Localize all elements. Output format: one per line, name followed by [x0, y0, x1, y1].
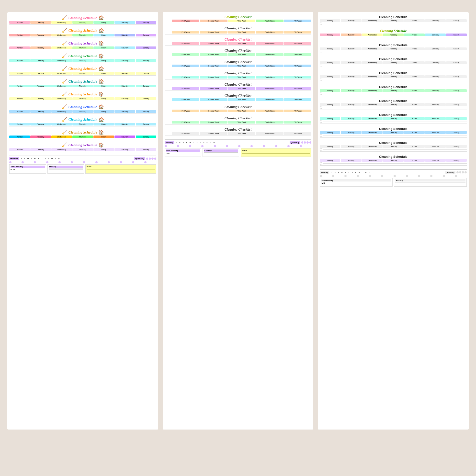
- checklist-card-1: Cleaning Checklist First Week Second Wee…: [165, 15, 312, 24]
- column-2: Cleaning Checklist First Week Second Wee…: [163, 12, 314, 429]
- quarterly-label: Quarterly: [134, 157, 145, 160]
- schedule-card-2: 🧹 Cleaning Schedule 🏠 Monday Tuesday Wed…: [9, 27, 156, 39]
- q-dot: [152, 157, 153, 160]
- schedule-card-10: 🧹 Cleaning Schedule 🏠 Monday Tuesday Wed…: [9, 129, 156, 140]
- quarterly-label-2: Quarterly: [289, 141, 300, 144]
- col3-card-6: Cleaning Schedule Monday Tuesday Wednesd…: [320, 85, 467, 97]
- day-thursday: Thursday: [72, 21, 93, 24]
- col3-card-11: Cleaning Schedule Monday Tuesday Wednesd…: [320, 154, 467, 167]
- checklist-card-5: Cleaning Checklist First Week Second Wee…: [165, 60, 312, 69]
- house-icon: 🏠: [99, 15, 104, 20]
- col2-bottom: Monthly JFMAMJJASOND Quarterly: [165, 139, 312, 157]
- col1-bottom: Monthly JFMAMJJASOND Quarterly: [9, 155, 156, 174]
- annually-box-2: Annually: [203, 148, 239, 157]
- bottom-lower: Semi-Annually H₁ H₂ Annually: [9, 164, 156, 174]
- col3-card-10: Cleaning Schedule Monday Tuesday Wednesd…: [320, 140, 467, 153]
- schedule-card-1: 🧹 Cleaning Schedule 🏠 Monday Tuesday Wed…: [9, 15, 156, 26]
- col3-card-3: Cleaning Schedule Monday Tuesday Wednesd…: [320, 43, 467, 55]
- notes-label: Notes: [86, 166, 155, 167]
- main-container: 🧹 Cleaning Schedule 🏠 Monday Tuesday Wed…: [0, 0, 476, 434]
- schedule-card-4: 🧹 Cleaning Schedule 🏠 Monday Tuesday Wed…: [9, 53, 156, 64]
- schedule-card-9: 🧹 Cleaning Schedule 🏠 Monday Tuesday Wed…: [9, 117, 156, 128]
- dot-grid: [9, 161, 156, 163]
- day-saturday: Saturday: [115, 21, 135, 24]
- content-area: 🧹 Cleaning Schedule 🏠 Monday Tuesday Wed…: [0, 12, 476, 434]
- annually-label: Annually: [49, 166, 83, 168]
- checklist-title-1: Cleaning Checklist: [165, 15, 312, 19]
- house-icon-2: 🏠: [99, 28, 104, 33]
- month-letters: JFMAMJJASOND: [20, 158, 60, 159]
- checklist-card-10: Cleaning Checklist First Week Second Wee…: [165, 116, 312, 126]
- checklist-card-7: Cleaning Checklist First Week Second Wee…: [165, 82, 312, 92]
- schedule-title: Cleaning Schedule: [68, 16, 97, 20]
- day-tuesday: Tuesday: [30, 21, 51, 24]
- semi-annually-label: Semi-Annually: [11, 166, 45, 168]
- semi-annually-box-2: Semi-Annually H₁ H₂: [165, 148, 201, 157]
- q-dot: [146, 157, 148, 160]
- checklist-card-3: Cleaning Checklist First Week Second Wee…: [165, 37, 312, 47]
- col3-card-1: Cleaning Schedule Monday Tuesday Wednesd…: [320, 15, 467, 27]
- checklist-card-6: Cleaning Checklist First Week Second Wee…: [165, 71, 312, 81]
- schedule-card-8: 🧹 Cleaning Schedule 🏠 Monday Tuesday Wed…: [9, 104, 156, 115]
- col3-card-8: Cleaning Schedule Monday Tuesday Wednesd…: [320, 113, 467, 125]
- schedule-card-5: 🧹 Cleaning Schedule 🏠 Monday Tuesday Wed…: [9, 66, 156, 77]
- schedule-card-6: 🧹 Cleaning Schedule 🏠 Monday Tuesday Wed…: [9, 78, 156, 89]
- checklist-card-4: Cleaning Checklist First Week Second Wee…: [165, 49, 312, 58]
- semi-annually-box-3: Semi Annually H₁ H₂: [320, 178, 392, 187]
- monthly-label-3: Monthly: [320, 171, 329, 174]
- day-wednesday: Wednesday: [51, 21, 72, 24]
- day-sunday: Sunday: [136, 21, 156, 24]
- q-dots: [146, 157, 156, 160]
- col3-card-9: Cleaning Schedule Monday Tuesday Wednesd…: [320, 126, 467, 139]
- col3-card-4: Cleaning Schedule Monday Tuesday Wednesd…: [320, 57, 467, 69]
- quarterly-label-3: Quarterly: [445, 171, 456, 174]
- schedule-card-3: 🧹 Cleaning Schedule 🏠 Monday Tuesday Wed…: [9, 40, 156, 51]
- checklist-card-11: Cleaning Checklist First Week Second Wee…: [165, 127, 312, 137]
- semi-annually-box: Semi-Annually H₁ H₂: [9, 164, 46, 174]
- main-title: [0, 0, 476, 12]
- col3-card-7: Cleaning Schedule Monday Tuesday Wednesd…: [320, 99, 467, 111]
- day-monday: Monday: [9, 21, 30, 24]
- broom-icon: 🧹: [62, 15, 67, 20]
- col3-bottom: Monthly JFMAMJJASOND Quarterly: [320, 169, 467, 187]
- notes-box: Notes: [85, 164, 156, 174]
- broom-icon-2: 🧹: [62, 28, 67, 33]
- checklist-card-2: Cleaning Checklist First Week Second Wee…: [165, 26, 312, 36]
- col3-card-5: Cleaning Schedule Monday Tuesday Wednesd…: [320, 71, 467, 83]
- monthly-label-2: Monthly: [165, 141, 174, 144]
- monthly-label: Monthly: [9, 157, 19, 160]
- schedule-card-11: 🧹 Cleaning Schedule 🏠 Monday Tuesday Wed…: [9, 142, 156, 153]
- col3-card-2: Cleaning Schedule Monday Tuesday Wednesd…: [320, 29, 467, 41]
- q-dot: [149, 157, 151, 160]
- schedule-card-7: 🧹 Cleaning Schedule 🏠 Monday Tuesday Wed…: [9, 91, 156, 102]
- q-dot: [154, 157, 156, 160]
- column-3: Cleaning Schedule Monday Tuesday Wednesd…: [318, 12, 469, 429]
- days-row-2: Monday Tuesday Wednesday Thursday Friday…: [9, 34, 156, 36]
- checklist-card-9: Cleaning Checklist First Week Second Wee…: [165, 105, 312, 115]
- annually-box-3: Annually: [394, 178, 467, 187]
- schedule-title-2: Cleaning Schedule: [68, 29, 97, 33]
- day-friday: Friday: [93, 21, 114, 24]
- column-1: 🧹 Cleaning Schedule 🏠 Monday Tuesday Wed…: [7, 12, 158, 429]
- days-row: Monday Tuesday Wednesday Thursday Friday…: [9, 21, 156, 24]
- weeks-row-1: First Week Second Week Third Week Fourth…: [172, 19, 312, 22]
- checklist-card-8: Cleaning Checklist First Week Second Wee…: [165, 93, 312, 103]
- notes-box-2: Notes: [241, 148, 311, 157]
- annually-box: Annually: [48, 164, 84, 174]
